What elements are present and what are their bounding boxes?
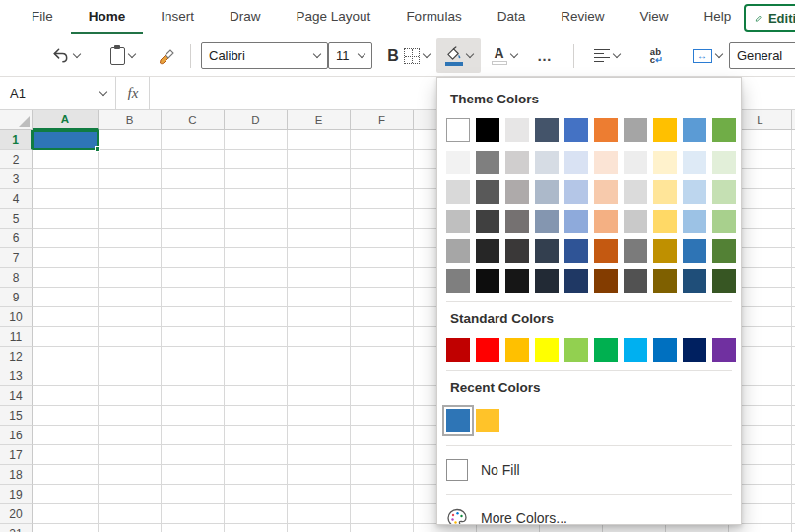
wrap-text-button[interactable]: ab c↵ bbox=[640, 38, 673, 73]
row-header-8[interactable]: 8 bbox=[0, 268, 33, 288]
cell-B2[interactable] bbox=[99, 150, 162, 169]
cell-A16[interactable] bbox=[33, 426, 99, 445]
color-swatch[interactable] bbox=[476, 269, 499, 293]
row-header-21[interactable]: 21 bbox=[0, 524, 33, 532]
color-swatch[interactable] bbox=[446, 210, 470, 233]
color-swatch[interactable] bbox=[683, 210, 706, 233]
color-swatch[interactable] bbox=[476, 239, 499, 263]
cell-C20[interactable] bbox=[162, 504, 225, 524]
cell-E13[interactable] bbox=[288, 366, 351, 386]
cell-A1[interactable] bbox=[33, 130, 99, 150]
cell-F6[interactable] bbox=[351, 229, 414, 248]
cell-A11[interactable] bbox=[33, 327, 99, 347]
color-swatch[interactable] bbox=[624, 269, 647, 293]
row-header-13[interactable]: 13 bbox=[0, 366, 33, 386]
row-header-2[interactable]: 2 bbox=[0, 150, 33, 169]
cell-B20[interactable] bbox=[99, 504, 162, 524]
color-swatch[interactable] bbox=[624, 151, 647, 174]
cell-D18[interactable] bbox=[225, 465, 288, 485]
row-header-20[interactable]: 20 bbox=[0, 504, 33, 524]
cell-A15[interactable] bbox=[33, 406, 99, 426]
menu-tab-review[interactable]: Review bbox=[543, 0, 622, 34]
fill-color-button[interactable] bbox=[436, 38, 481, 73]
cell-C15[interactable] bbox=[162, 406, 225, 426]
font-name-combo[interactable]: Calibri bbox=[201, 42, 328, 69]
fill-handle[interactable] bbox=[95, 146, 100, 152]
color-swatch[interactable] bbox=[683, 239, 706, 263]
color-swatch[interactable] bbox=[446, 180, 470, 204]
color-swatch[interactable] bbox=[624, 118, 647, 142]
color-swatch[interactable] bbox=[594, 151, 618, 174]
cell-D16[interactable] bbox=[225, 426, 288, 445]
cell-C5[interactable] bbox=[162, 209, 225, 229]
cell-E10[interactable] bbox=[288, 307, 351, 327]
cell-F10[interactable] bbox=[351, 307, 414, 327]
cell-C10[interactable] bbox=[162, 307, 225, 327]
cell-C1[interactable] bbox=[162, 130, 225, 150]
cell-F20[interactable] bbox=[351, 504, 414, 524]
cell-A10[interactable] bbox=[33, 307, 99, 327]
cell-D15[interactable] bbox=[225, 406, 288, 426]
cell-D12[interactable] bbox=[225, 347, 288, 366]
cell-A4[interactable] bbox=[33, 189, 99, 209]
cell-B9[interactable] bbox=[99, 288, 162, 307]
cell-A12[interactable] bbox=[33, 347, 99, 366]
cell-F19[interactable] bbox=[351, 485, 414, 504]
color-swatch[interactable] bbox=[712, 338, 736, 362]
cell-E20[interactable] bbox=[288, 504, 351, 524]
cell-F2[interactable] bbox=[351, 150, 414, 169]
cell-E6[interactable] bbox=[288, 229, 351, 248]
color-swatch[interactable] bbox=[564, 210, 588, 233]
cell-D17[interactable] bbox=[225, 445, 288, 465]
color-swatch[interactable] bbox=[446, 409, 470, 432]
cell-A17[interactable] bbox=[33, 445, 99, 465]
row-header-3[interactable]: 3 bbox=[0, 169, 33, 189]
cell-F11[interactable] bbox=[351, 327, 414, 347]
color-swatch[interactable] bbox=[505, 269, 529, 293]
cell-H21[interactable] bbox=[477, 524, 540, 532]
menu-tab-data[interactable]: Data bbox=[480, 0, 544, 34]
menu-tab-insert[interactable]: Insert bbox=[143, 0, 212, 34]
cell-C11[interactable] bbox=[162, 327, 225, 347]
cell-F13[interactable] bbox=[351, 366, 414, 386]
cell-C16[interactable] bbox=[162, 426, 225, 445]
cell-C19[interactable] bbox=[162, 485, 225, 504]
color-swatch[interactable] bbox=[564, 118, 588, 142]
cell-E21[interactable] bbox=[288, 524, 351, 532]
insert-function-button[interactable]: fx bbox=[117, 77, 150, 109]
color-swatch[interactable] bbox=[476, 180, 499, 204]
cell-C9[interactable] bbox=[162, 288, 225, 307]
color-swatch[interactable] bbox=[712, 239, 736, 263]
cell-E4[interactable] bbox=[288, 189, 351, 209]
cell-D1[interactable] bbox=[225, 130, 288, 150]
more-font-options-button[interactable]: … bbox=[529, 38, 561, 73]
cell-F12[interactable] bbox=[351, 347, 414, 366]
color-swatch[interactable] bbox=[564, 151, 588, 174]
undo-button[interactable] bbox=[39, 38, 91, 73]
cell-F8[interactable] bbox=[351, 268, 414, 288]
color-swatch[interactable] bbox=[505, 210, 529, 233]
cell-B11[interactable] bbox=[99, 327, 162, 347]
cell-J21[interactable] bbox=[603, 524, 666, 532]
cell-A8[interactable] bbox=[33, 268, 99, 288]
cell-E8[interactable] bbox=[288, 268, 351, 288]
color-swatch[interactable] bbox=[535, 151, 559, 174]
color-swatch[interactable] bbox=[564, 269, 588, 293]
cell-E15[interactable] bbox=[288, 406, 351, 426]
merge-center-button[interactable]: ↔ bbox=[687, 38, 728, 73]
cell-F17[interactable] bbox=[351, 445, 414, 465]
cell-I21[interactable] bbox=[540, 524, 603, 532]
cell-F9[interactable] bbox=[351, 288, 414, 307]
color-swatch[interactable] bbox=[653, 151, 677, 174]
row-header-7[interactable]: 7 bbox=[0, 248, 33, 268]
cell-D20[interactable] bbox=[225, 504, 288, 524]
color-swatch[interactable] bbox=[653, 239, 677, 263]
cell-A9[interactable] bbox=[33, 288, 99, 307]
color-swatch[interactable] bbox=[535, 338, 559, 362]
cell-D19[interactable] bbox=[225, 485, 288, 504]
cell-A13[interactable] bbox=[33, 366, 99, 386]
color-swatch[interactable] bbox=[446, 338, 470, 362]
row-header-15[interactable]: 15 bbox=[0, 406, 33, 426]
cell-F15[interactable] bbox=[351, 406, 414, 426]
paste-button[interactable] bbox=[99, 38, 146, 73]
